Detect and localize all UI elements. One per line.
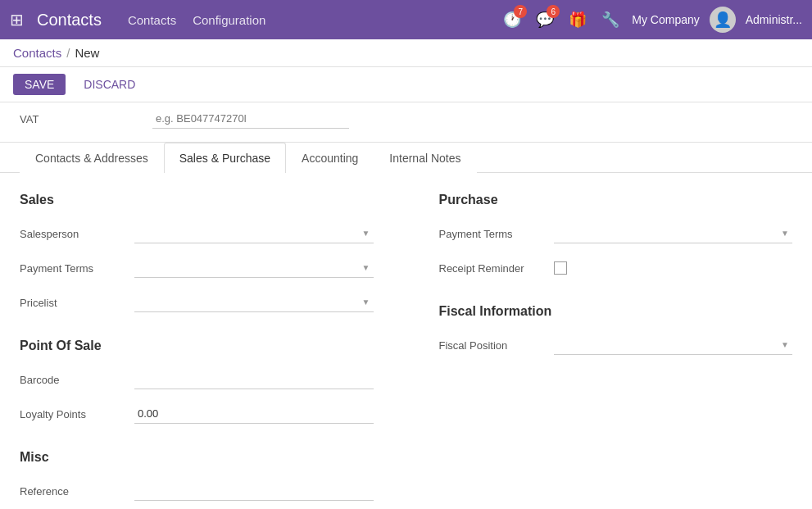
form-row-loyalty-points: Loyalty Points <box>20 401 374 427</box>
salesperson-label: Salesperson <box>20 228 134 240</box>
form-row-pricelist: Pricelist ▼ <box>20 289 374 316</box>
pricelist-field: ▼ <box>134 293 374 312</box>
tab-internal-notes[interactable]: Internal Notes <box>374 143 476 173</box>
nav-contacts[interactable]: Contacts <box>128 13 176 27</box>
content-area: VAT Contacts & Addresses Sales & Purchas… <box>0 102 812 509</box>
fiscal-position-label: Fiscal Position <box>439 339 554 352</box>
fiscal-section: Fiscal Information Fiscal Position ▼ <box>439 304 793 358</box>
vat-label: VAT <box>20 113 143 125</box>
chat-badge-icon[interactable]: 💬 6 <box>533 8 556 31</box>
salesperson-field: ▼ <box>134 224 374 243</box>
user-name[interactable]: Administr... <box>746 13 802 26</box>
breadcrumb-parent[interactable]: Contacts <box>13 46 61 60</box>
salesperson-select-wrapper: ▼ <box>134 224 374 243</box>
loyalty-points-field <box>134 404 374 424</box>
wrench-badge-icon[interactable]: 🔧 <box>599 8 622 31</box>
pricelist-select[interactable] <box>134 293 374 311</box>
vat-area: VAT <box>0 102 812 143</box>
payment-terms-purchase-label: Payment Terms <box>439 228 554 240</box>
breadcrumb: Contacts / New <box>0 39 812 67</box>
pos-section-title: Point Of Sale <box>20 339 374 353</box>
form-row-payment-terms-sales: Payment Terms ▼ <box>20 255 374 281</box>
tabs-bar: Contacts & Addresses Sales & Purchase Ac… <box>0 143 812 173</box>
action-bar: SAVE DISCARD <box>0 67 812 102</box>
tab-sales-purchase[interactable]: Sales & Purchase <box>164 143 286 173</box>
pos-section: Point Of Sale Barcode Loyalty Points <box>20 339 374 427</box>
pricelist-label: Pricelist <box>20 297 134 309</box>
form-row-payment-terms-purchase: Payment Terms ▼ <box>439 220 793 247</box>
payment-terms-sales-label: Payment Terms <box>20 262 134 275</box>
save-button[interactable]: SAVE <box>13 74 66 95</box>
loyalty-points-label: Loyalty Points <box>20 408 134 420</box>
barcode-input[interactable] <box>134 370 374 389</box>
salesperson-select[interactable] <box>134 224 374 243</box>
reference-field <box>134 481 374 501</box>
wrench-icon: 🔧 <box>601 11 619 29</box>
left-column: Sales Salesperson ▼ <box>20 193 406 509</box>
payment-terms-purchase-wrapper: ▼ <box>554 224 793 243</box>
misc-section-title: Misc <box>20 450 374 465</box>
form-row-reference: Reference <box>20 478 374 504</box>
discard-button[interactable]: DISCARD <box>72 74 147 95</box>
payment-terms-sales-select[interactable] <box>134 258 374 277</box>
receipt-reminder-field <box>554 261 793 275</box>
user-avatar[interactable]: 👤 <box>710 7 736 33</box>
tab-accounting[interactable]: Accounting <box>286 143 374 173</box>
form-row-fiscal-position: Fiscal Position ▼ <box>439 332 793 358</box>
nav-configuration[interactable]: Configuration <box>193 13 265 27</box>
fiscal-position-select-wrapper: ▼ <box>554 335 793 355</box>
chat-badge-count: 6 <box>547 5 560 18</box>
misc-section: Misc Reference Company <box>20 450 374 509</box>
purchase-section-title: Purchase <box>439 193 793 207</box>
right-column: Purchase Payment Terms ▼ <box>406 193 793 509</box>
company-name[interactable]: My Company <box>632 13 699 26</box>
clock-badge-icon[interactable]: 🕐 7 <box>501 8 524 31</box>
breadcrumb-separator: / <box>66 46 70 60</box>
receipt-reminder-label: Receipt Reminder <box>439 262 554 275</box>
fiscal-position-field: ▼ <box>554 335 793 355</box>
payment-terms-sales-wrapper: ▼ <box>134 258 374 278</box>
barcode-label: Barcode <box>20 374 134 386</box>
nav-links: Contacts Configuration <box>128 13 488 27</box>
gift-badge-icon[interactable]: 🎁 <box>566 8 589 31</box>
fiscal-section-title: Fiscal Information <box>439 304 793 319</box>
breadcrumb-current: New <box>75 46 99 60</box>
fiscal-position-select[interactable] <box>554 335 793 354</box>
payment-terms-purchase-select[interactable] <box>554 224 793 243</box>
form-row-receipt-reminder: Receipt Reminder <box>439 255 793 281</box>
purchase-section: Purchase Payment Terms ▼ <box>439 193 793 281</box>
barcode-field <box>134 370 374 389</box>
payment-terms-purchase-field: ▼ <box>554 224 793 243</box>
pricelist-select-wrapper: ▼ <box>134 293 374 312</box>
form-row-barcode: Barcode <box>20 366 374 393</box>
gift-icon: 🎁 <box>569 11 587 29</box>
app-title: Contacts <box>37 11 102 30</box>
vat-input[interactable] <box>152 109 349 129</box>
tab-contacts-addresses[interactable]: Contacts & Addresses <box>20 143 164 173</box>
sales-section: Sales Salesperson ▼ <box>20 193 374 316</box>
reference-label: Reference <box>20 485 134 498</box>
top-navigation: ⊞ Contacts Contacts Configuration 🕐 7 💬 … <box>0 0 812 39</box>
tab-content-sales-purchase: Sales Salesperson ▼ <box>0 173 812 509</box>
two-column-layout: Sales Salesperson ▼ <box>20 193 792 509</box>
clock-badge-count: 7 <box>514 5 527 18</box>
payment-terms-sales-field: ▼ <box>134 258 374 278</box>
nav-right: 🕐 7 💬 6 🎁 🔧 My Company 👤 Administr... <box>501 7 802 33</box>
sales-section-title: Sales <box>20 193 374 207</box>
form-row-salesperson: Salesperson ▼ <box>20 220 374 247</box>
loyalty-points-input[interactable] <box>134 404 374 424</box>
app-grid-icon[interactable]: ⊞ <box>10 10 24 30</box>
reference-input[interactable] <box>134 481 374 501</box>
receipt-reminder-checkbox[interactable] <box>554 261 567 275</box>
